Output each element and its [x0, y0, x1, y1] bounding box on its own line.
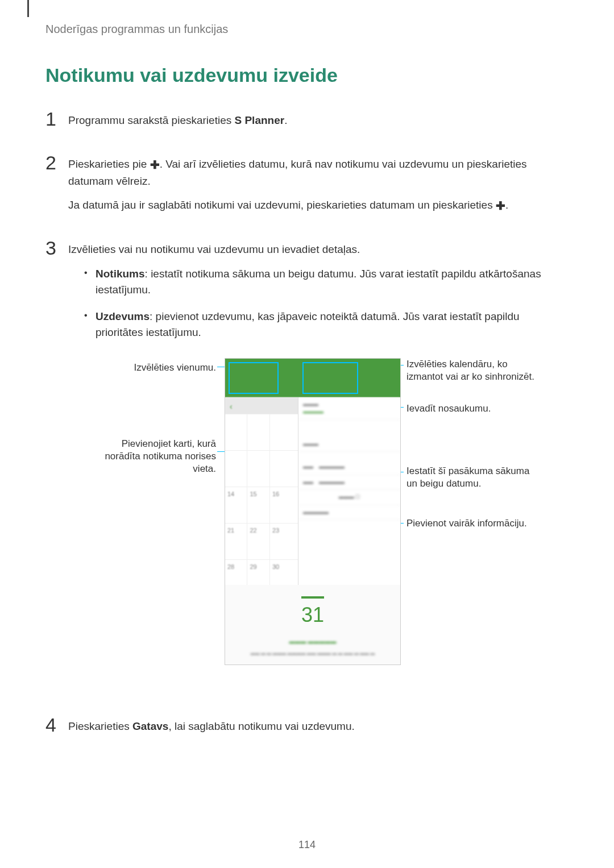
step-text: Pieskarieties pie: [68, 158, 150, 170]
step-bold: S Planner: [235, 114, 285, 126]
plus-icon: ✚: [496, 197, 505, 214]
bullet-bold: Uzdevums: [96, 310, 150, 322]
step-text: Ja datumā jau ir saglabāti notikumi vai …: [68, 199, 496, 211]
step-1: 1 Programmu sarakstā pieskarieties S Pla…: [45, 109, 569, 137]
bullet-body: : iestatīt notikuma sākuma un beigu datu…: [96, 268, 541, 296]
step-text: .: [505, 199, 508, 211]
step-number: 4: [45, 715, 68, 743]
highlight-tab-selector: [229, 362, 279, 394]
screenshot-caption: ▬▬▬ ▬▬▬▬▬: [225, 637, 400, 646]
page-border-mark: [27, 0, 29, 17]
bullet-item: • Notikums: iestatīt notikuma sākuma un …: [68, 266, 569, 298]
highlight-calendar-select: [302, 362, 358, 394]
page-title: Notikumu vai uzdevumu izveide: [45, 64, 569, 86]
step-text: Programmu sarakstā pieskarieties: [68, 114, 235, 126]
page-number: 114: [0, 839, 614, 851]
screenshot-hint: ▬▬ ▬ ▬ ▬▬▬ ▬▬▬▬ ▬▬ ▬▬▬ ▬ ▬ ▬▬ ▬ ▬▬ ▬: [225, 650, 400, 657]
callout-add-map: Pievienojiet karti, kurā norādīta notiku…: [97, 438, 216, 475]
step-number: 3: [45, 238, 68, 699]
step-number: 1: [45, 109, 68, 137]
screenshot-form-panel: ▬▬▬▬▬▬▬ ▬▬▬ ▬▬ ▬▬▬▬▬ ▬▬ ▬▬▬▬▬ ▬▬▬ ☐ ▬▬▬▬…: [298, 397, 400, 591]
step-body: Izvēlieties vai nu notikumu vai uzdevumu…: [68, 238, 569, 699]
bullet-dot-icon: •: [84, 266, 96, 298]
callout-select-calendar: Izvēlēties kalendāru, ko izmantot vai ar…: [406, 358, 537, 383]
step-number: 2: [45, 153, 68, 223]
bullet-text: Notikums: iestatīt notikuma sākuma un be…: [96, 266, 569, 298]
plus-icon: ✚: [150, 156, 160, 173]
step-4: 4 Pieskarieties Gatavs, lai saglabātu no…: [45, 715, 569, 743]
cal-date: 23: [272, 526, 279, 535]
selected-date: 31: [301, 596, 324, 630]
cal-date: 29: [250, 562, 256, 572]
bullet-body: : pievienot uzdevumu, kas jāpaveic notei…: [96, 310, 520, 339]
callout-enter-title: Ievadīt nosaukumu.: [406, 402, 537, 415]
step-body: Programmu sarakstā pieskarieties S Plann…: [68, 109, 569, 137]
step-3: 3 Izvēlieties vai nu notikumu vai uzdevu…: [45, 238, 569, 699]
cal-date: 15: [250, 489, 256, 499]
step-suffix: , lai saglabātu notikumu vai uzdevumu.: [168, 720, 354, 732]
back-icon: ‹: [230, 401, 233, 413]
callout-set-dates: Iestatīt šī pasākuma sākuma un beigu dat…: [406, 465, 537, 490]
step-body: Pieskarieties Gatavs, lai saglabātu noti…: [68, 715, 569, 743]
cal-date: 21: [227, 526, 234, 535]
screenshot-bottom: 31 ▬▬▬ ▬▬▬▬▬ ▬▬ ▬ ▬ ▬▬▬ ▬▬▬▬ ▬▬ ▬▬▬ ▬ ▬ …: [225, 585, 400, 665]
cal-date: 14: [227, 489, 234, 499]
callout-select-item: Izvēlēties vienumu.: [97, 362, 216, 374]
phone-screenshot: ‹: [225, 358, 401, 665]
screenshot-header: [225, 359, 400, 397]
step-intro: Izvēlieties vai nu notikumu vai uzdevumu…: [68, 242, 569, 258]
step-body: Pieskarieties pie ✚. Vai arī izvēlieties…: [68, 153, 569, 223]
breadcrumb: Noderīgas programmas un funkcijas: [45, 23, 569, 36]
step-2: 2 Pieskarieties pie ✚. Vai arī izvēlieti…: [45, 153, 569, 223]
bullet-text: Uzdevums: pievienot uzdevumu, kas jāpave…: [96, 309, 569, 341]
bullet-list: • Notikums: iestatīt notikuma sākuma un …: [68, 266, 569, 341]
cal-date: 30: [272, 562, 279, 572]
bullet-item: • Uzdevums: pievienot uzdevumu, kas jāpa…: [68, 309, 569, 341]
cal-date: 28: [227, 562, 234, 572]
step-text: Pieskarieties: [68, 720, 132, 732]
step-suffix: .: [284, 114, 287, 126]
step-bold: Gatavs: [132, 720, 168, 732]
annotated-diagram: Izvēlēties vienumu. Pievienojiet karti, …: [97, 358, 540, 676]
callout-more-info: Pievienot vairāk informāciju.: [406, 517, 537, 530]
cal-date: 22: [250, 526, 256, 535]
bullet-bold: Notikums: [96, 268, 145, 280]
page-content: Noderīgas programmas un funkcijas Notiku…: [0, 0, 614, 792]
bullet-dot-icon: •: [84, 309, 96, 341]
cal-date: 16: [272, 489, 279, 499]
